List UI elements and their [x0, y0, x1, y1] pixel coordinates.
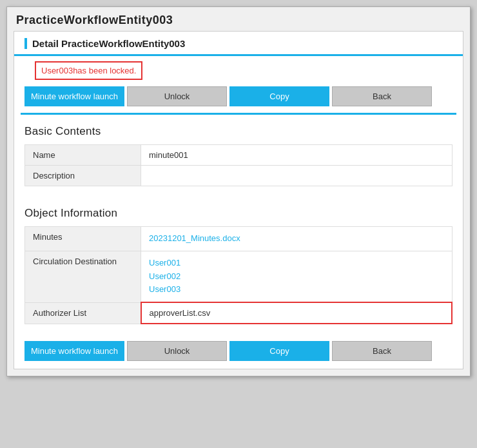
basic-contents-table: Name minute001 Description	[24, 144, 453, 186]
top-back-button[interactable]: Back	[332, 86, 432, 106]
top-launch-button[interactable]: Minute workflow launch	[24, 86, 124, 106]
bottom-launch-button[interactable]: Minute workflow launch	[24, 341, 124, 361]
title-bar: PracticeWorkflowEntity003	[7, 7, 470, 31]
content-area: Detail PracticeWorkflowEntity003 User003…	[14, 31, 463, 369]
table-row: Circulation Destination User001 User002 …	[25, 251, 453, 302]
main-window: PracticeWorkflowEntity003 Detail Practic…	[6, 6, 471, 376]
object-information-title: Object Information	[24, 207, 453, 220]
top-unlock-button[interactable]: Unlock	[127, 86, 227, 106]
object-information-table: Minutes 20231201_Minutes.docx Circulatio…	[24, 226, 453, 324]
basic-contents-section: Basic Contents Name minute001 Descriptio…	[14, 115, 463, 186]
object-information-section: Object Information Minutes 20231201_Minu…	[14, 197, 463, 324]
basic-contents-title: Basic Contents	[24, 125, 453, 138]
table-row: Authorizer List approverList.csv	[25, 302, 453, 324]
top-copy-button[interactable]: Copy	[229, 86, 329, 106]
value-authorizer: approverList.csv	[141, 302, 453, 324]
bottom-toolbar: Minute workflow launch Unlock Copy Back	[14, 335, 463, 369]
bottom-back-button[interactable]: Back	[332, 341, 432, 361]
user002-link[interactable]: User002	[149, 270, 444, 284]
table-row: Minutes 20231201_Minutes.docx	[25, 227, 453, 251]
table-row: Description	[25, 166, 453, 186]
alert-box: User003has been locked.	[35, 61, 142, 80]
value-circulation: User001 User002 User003	[141, 251, 453, 302]
table-row: Name minute001	[25, 145, 453, 166]
alert-message: User003has been locked.	[41, 66, 136, 75]
detail-heading: Detail PracticeWorkflowEntity003	[24, 38, 453, 49]
label-authorizer: Authorizer List	[25, 302, 141, 324]
bottom-unlock-button[interactable]: Unlock	[127, 341, 227, 361]
detail-header: Detail PracticeWorkflowEntity003	[14, 32, 463, 56]
user001-link[interactable]: User001	[149, 257, 444, 270]
label-description: Description	[25, 166, 141, 186]
value-name: minute001	[141, 145, 453, 166]
value-description	[141, 166, 453, 186]
label-circulation: Circulation Destination	[25, 251, 141, 302]
value-minutes: 20231201_Minutes.docx	[141, 227, 453, 251]
minutes-link[interactable]: 20231201_Minutes.docx	[149, 232, 444, 246]
bottom-copy-button[interactable]: Copy	[229, 341, 329, 361]
top-toolbar: Minute workflow launch Unlock Copy Back	[14, 83, 463, 113]
label-minutes: Minutes	[25, 227, 141, 251]
user003-link[interactable]: User003	[149, 283, 444, 297]
window-title: PracticeWorkflowEntity003	[16, 14, 461, 27]
label-name: Name	[25, 145, 141, 166]
